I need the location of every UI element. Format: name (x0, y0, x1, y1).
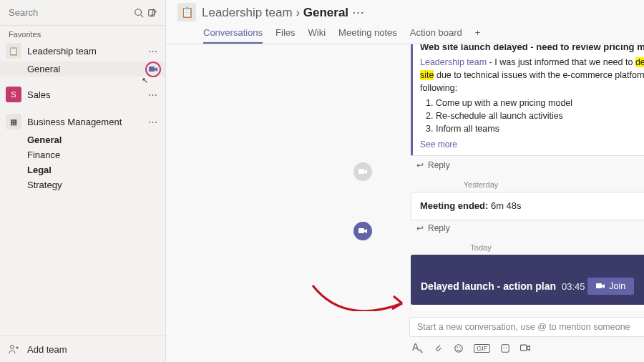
meet-now-icon[interactable] (520, 344, 530, 352)
video-icon (596, 283, 605, 290)
channel-finance[interactable]: Finance (0, 147, 165, 162)
more-icon[interactable]: ⋯ (145, 117, 160, 127)
sticker-icon[interactable] (500, 343, 510, 353)
svg-rect-15 (521, 345, 527, 351)
svg-rect-5 (358, 169, 364, 174)
date-separator: Today (203, 243, 644, 252)
see-more-link[interactable]: See more (420, 139, 644, 151)
reply-icon: ↩ (416, 160, 424, 170)
reply-icon: ↩ (416, 223, 424, 233)
channel-tabs: Conversations Files Wiki Meeting notes A… (166, 21, 644, 44)
tab-conversations[interactable]: Conversations (203, 24, 263, 44)
video-icon (353, 162, 372, 181)
svg-rect-3 (149, 67, 155, 72)
tab-action-board[interactable]: Action board (410, 24, 462, 44)
message-list: Come up with a new pricing model Re-sche… (420, 97, 644, 135)
message-card[interactable]: Web site launch delayed - need to review… (411, 44, 644, 156)
team-leadership[interactable]: 📋 Leadership team ⋯ (0, 40, 165, 62)
svg-point-0 (135, 9, 142, 15)
channel-label: General (27, 64, 60, 74)
meeting-ended-text: Meeting ended: 6m 48s (420, 200, 522, 211)
format-icon[interactable]: A✎ (412, 341, 424, 355)
avatar: S (6, 87, 21, 102)
add-team-button[interactable]: Add team (0, 336, 165, 362)
channel-general[interactable]: General ↖ (0, 62, 165, 77)
meeting-started-text: Delayed launch - action plan started (437, 310, 585, 311)
svg-rect-7 (596, 283, 602, 288)
search-input[interactable] (6, 3, 132, 22)
svg-rect-6 (358, 228, 364, 233)
join-button[interactable]: Join (587, 278, 634, 295)
favorites-label: Favorites (0, 26, 165, 40)
team-label: Leadership team (27, 46, 145, 57)
main-pane: PrivateNo classifi 📋 Leadership team › G… (166, 0, 644, 362)
video-icon (353, 222, 372, 240)
tab-wiki[interactable]: Wiki (308, 24, 326, 44)
svg-point-9 (455, 344, 463, 352)
team-avatar: 📋 (177, 3, 196, 21)
tab-meeting-notes[interactable]: Meeting notes (338, 24, 397, 44)
meeting-indicator-icon[interactable] (145, 62, 161, 77)
list-item: Inform all teams (436, 122, 644, 135)
more-icon[interactable]: ⋯ (352, 6, 364, 19)
date-separator: Yesterday (203, 180, 644, 189)
team-sales[interactable]: S Sales ⋯ (0, 84, 165, 105)
meeting-time: 03:45 (562, 281, 585, 292)
conversation-pane: Web site launch delayed - need to review… (166, 44, 644, 311)
author-link[interactable]: Leadership team (420, 57, 487, 67)
channel-strategy[interactable]: Strategy (0, 177, 165, 192)
svg-rect-12 (502, 344, 509, 352)
search-icon[interactable] (132, 6, 146, 20)
meeting-started-row[interactable]: Delayed launch - action plan started (411, 305, 644, 311)
team-label: Business Management (27, 117, 145, 127)
team-business[interactable]: ▦ Business Management ⋯ (0, 111, 165, 132)
message-body: Leadership team - I was just informed th… (420, 56, 644, 94)
channel-legal[interactable]: Legal (0, 162, 165, 177)
active-meeting-card[interactable]: Delayed launch - action plan03:45 Join (411, 255, 644, 305)
breadcrumb-channel: General (303, 6, 348, 19)
compose-input[interactable]: Start a new conversation, use @ to menti… (409, 317, 644, 337)
svg-point-14 (506, 347, 507, 348)
gif-icon[interactable]: GIF (474, 344, 490, 353)
message-title: Web site launch delayed - need to review… (420, 44, 644, 54)
team-label: Sales (27, 89, 145, 100)
reply-button[interactable]: ↩Reply (411, 157, 644, 177)
list-item: Come up with a new pricing model (436, 97, 644, 109)
search-row (0, 0, 165, 26)
tab-files[interactable]: Files (275, 24, 295, 44)
reply-button[interactable]: ↩Reply (411, 220, 644, 240)
more-icon[interactable]: ⋯ (145, 89, 160, 100)
breadcrumb: Leadership team › General ⋯ (202, 5, 364, 20)
channel-general-2[interactable]: General (0, 132, 165, 147)
annotation-arrow (309, 282, 416, 311)
emoji-icon[interactable] (454, 343, 464, 353)
svg-point-11 (459, 346, 460, 347)
more-icon[interactable]: ⋯ (145, 46, 160, 57)
meeting-ended-card[interactable]: Meeting ended: 6m 48s (411, 192, 644, 220)
teams-sidebar: Favorites 📋 Leadership team ⋯ General ↖ … (0, 0, 166, 362)
add-tab-button[interactable]: + (475, 24, 481, 44)
breadcrumb-team[interactable]: Leadership team (202, 6, 293, 19)
compose-icon[interactable] (146, 6, 160, 20)
svg-line-1 (140, 14, 143, 17)
add-team-icon (9, 343, 20, 355)
meeting-title: Delayed launch - action plan (421, 280, 556, 292)
svg-point-13 (504, 347, 504, 348)
add-team-label: Add team (27, 344, 67, 355)
svg-point-4 (11, 346, 14, 349)
compose-area: Start a new conversation, use @ to menti… (409, 317, 644, 355)
channel-header: 📋 Leadership team › General ⋯ (166, 0, 644, 21)
svg-point-10 (457, 346, 458, 347)
list-item: Re-schedule all launch activities (436, 109, 644, 122)
attach-icon[interactable] (434, 343, 444, 353)
